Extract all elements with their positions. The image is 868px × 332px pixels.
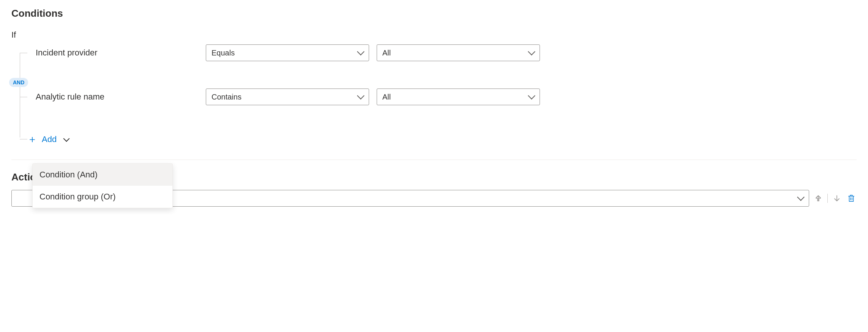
chevron-down-icon — [63, 135, 70, 142]
operator-dropdown[interactable]: Equals — [206, 44, 369, 61]
add-condition-row: ＋ Add — [20, 133, 857, 146]
delete-button[interactable] — [846, 193, 857, 204]
menu-item-condition-and[interactable]: Condition (And) — [33, 164, 172, 186]
value-dropdown[interactable]: All — [377, 89, 540, 105]
chevron-down-icon — [797, 193, 805, 201]
add-menu: Condition (And) Condition group (Or) — [32, 163, 173, 208]
chevron-down-icon — [357, 92, 365, 100]
arrow-up-icon — [814, 194, 822, 202]
value-selected: All — [382, 93, 391, 101]
menu-item-condition-group-or[interactable]: Condition group (Or) — [33, 186, 172, 208]
chevron-down-icon — [528, 48, 535, 55]
trash-icon — [847, 194, 855, 202]
move-up-button[interactable] — [813, 193, 824, 204]
plus-icon: ＋ — [27, 133, 37, 146]
add-button[interactable]: ＋ Add — [27, 133, 69, 146]
add-button-label: Add — [42, 134, 57, 144]
section-divider — [11, 160, 857, 160]
tree-connector — [20, 139, 27, 139]
move-down-button[interactable] — [832, 193, 842, 204]
conditions-tree: AND Incident provider Equals All Analyti… — [11, 44, 857, 146]
operator-dropdown[interactable]: Contains — [206, 89, 369, 105]
condition-row: Incident provider Equals All — [20, 44, 857, 61]
arrow-down-icon — [833, 194, 841, 202]
value-dropdown[interactable]: All — [377, 44, 540, 61]
chevron-down-icon — [528, 92, 535, 100]
operator-value: Equals — [211, 49, 235, 57]
chevron-down-icon — [357, 48, 365, 55]
value-selected: All — [382, 49, 391, 57]
condition-field-label: Analytic rule name — [27, 92, 206, 102]
condition-field-label: Incident provider — [27, 48, 206, 58]
and-badge: AND — [9, 78, 28, 87]
tree-connector — [20, 53, 27, 53]
if-label: If — [11, 30, 857, 40]
operator-value: Contains — [211, 93, 241, 101]
condition-row: Analytic rule name Contains All — [20, 89, 857, 105]
tree-connector — [20, 97, 27, 97]
conditions-heading: Conditions — [11, 8, 857, 19]
vertical-divider — [827, 194, 828, 203]
